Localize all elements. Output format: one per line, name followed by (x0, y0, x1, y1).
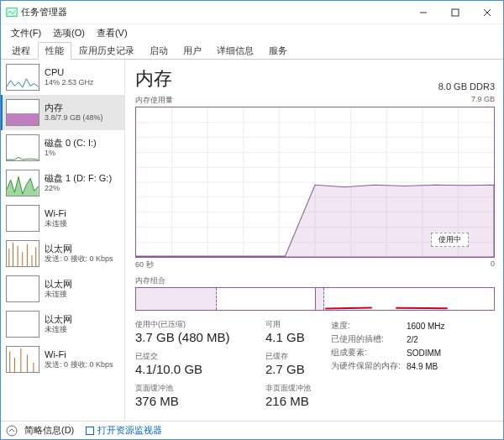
sidebar-item-eth1[interactable]: 以太网未连接 (1, 271, 124, 306)
chart-label: 内存使用量 (135, 95, 173, 106)
open-resmon-link[interactable]: 打开资源监视器 (86, 424, 162, 437)
tab-processes[interactable]: 进程 (4, 42, 38, 60)
main-panel: 内存 8.0 GB DDR3 内存使用量 7.9 GB (125, 60, 503, 421)
chart-xmin: 60 秒 (135, 259, 154, 270)
kv-key: 组成要素: (331, 347, 407, 359)
stat-label: 可用 (265, 319, 331, 330)
disk-sparkline (6, 170, 39, 196)
sidebar-item-detail: 未连接 (45, 290, 72, 299)
memory-usage-chart: 使用中 (135, 107, 495, 258)
resmon-label: 打开资源监视器 (97, 424, 162, 437)
fewer-details-button[interactable]: 简略信息(D) (24, 424, 74, 437)
slots-label: 内存组合 (135, 275, 495, 286)
tab-performance[interactable]: 性能 (38, 42, 71, 60)
eth-sparkline (6, 275, 39, 302)
titlebar: 任务管理器 (1, 1, 503, 24)
kv-key: 速度: (331, 320, 407, 332)
sidebar-item-detail: 1% (45, 149, 97, 158)
sidebar-item-detail: 未连接 (45, 219, 67, 228)
tab-users[interactable]: 用户 (176, 42, 209, 60)
stat-value: 3.7 GB (480 MB) (135, 330, 265, 344)
maximize-button[interactable] (439, 1, 471, 24)
sidebar-item-detail: 3.8/7.9 GB (48%) (45, 113, 103, 123)
slot-0 (136, 288, 316, 310)
sidebar-item-label: 内存 (45, 102, 103, 113)
stat-label: 已缓存 (265, 351, 331, 362)
sidebar-item-label: CPU (45, 67, 94, 78)
minimize-button[interactable] (407, 1, 439, 24)
footer-bar: 简略信息(D) 打开资源监视器 (1, 421, 503, 439)
chart-xmax: 0 (491, 259, 495, 270)
kv-val: 2/2 (407, 335, 418, 344)
sidebar-item-label: 以太网 (45, 279, 72, 290)
perf-sidebar: CPU14% 2.53 GHz 内存3.8/7.9 GB (48%) 磁盘 0 … (1, 60, 125, 421)
sidebar-item-disk0[interactable]: 磁盘 0 (C: I:)1% (1, 130, 124, 165)
tab-bar: 进程 性能 应用历史记录 启动 用户 详细信息 服务 (1, 41, 503, 60)
stat-value: 376 MB (135, 394, 265, 408)
tab-details[interactable]: 详细信息 (209, 42, 261, 60)
mem-sparkline (6, 99, 39, 126)
sidebar-item-label: 以太网 (45, 244, 113, 254)
sidebar-item-eth2[interactable]: 以太网未连接 (1, 306, 124, 342)
stat-label: 非页面缓冲池 (265, 383, 331, 394)
stat-label: 使用中(已压缩) (135, 319, 265, 330)
stats-grid: 使用中(已压缩)3.7 GB (480 MB) 已提交4.1/10.0 GB 页… (135, 319, 495, 408)
sidebar-item-label: 以太网 (45, 314, 72, 325)
tab-services[interactable]: 服务 (261, 42, 295, 60)
stat-value: 216 MB (265, 394, 331, 408)
stat-value: 2.7 GB (265, 362, 331, 376)
page-title: 内存 (135, 66, 172, 92)
wifi-sparkline (6, 205, 39, 232)
sidebar-item-eth0[interactable]: 以太网发送: 0 接收: 0 Kbps (1, 236, 124, 271)
kv-key: 为硬件保留的内存: (331, 360, 407, 372)
menu-view[interactable]: 查看(V) (92, 26, 133, 40)
stat-label: 已提交 (135, 351, 265, 362)
disk-sparkline (6, 134, 39, 161)
tab-startup[interactable]: 启动 (142, 42, 176, 60)
kv-val: 84.9 MB (407, 362, 438, 371)
sidebar-item-cpu[interactable]: CPU14% 2.53 GHz (1, 60, 124, 95)
stat-value: 4.1/10.0 GB (135, 362, 265, 376)
sidebar-item-detail: 未连接 (45, 325, 72, 334)
close-button[interactable] (471, 1, 503, 24)
stat-value: 4.1 GB (265, 330, 331, 344)
sidebar-item-label: Wi-Fi (45, 349, 113, 360)
tab-apphistory[interactable]: 应用历史记录 (71, 42, 142, 60)
kv-val: SODIMM (407, 348, 441, 358)
chart-annotation: 使用中 (431, 233, 469, 247)
svg-rect-0 (7, 8, 17, 16)
svg-rect-2 (452, 9, 459, 16)
resmon-icon (86, 427, 94, 435)
menubar: 文件(F) 选项(O) 查看(V) (1, 24, 503, 41)
menu-options[interactable]: 选项(O) (48, 26, 90, 40)
eth-sparkline (6, 240, 39, 267)
cpu-sparkline (6, 64, 39, 91)
sidebar-item-label: Wi-Fi (45, 208, 67, 219)
content: CPU14% 2.53 GHz 内存3.8/7.9 GB (48%) 磁盘 0 … (1, 60, 503, 421)
window-title: 任务管理器 (21, 6, 407, 18)
eth-sparkline (6, 311, 39, 338)
wifi-sparkline (6, 346, 39, 373)
sidebar-item-wifi2[interactable]: Wi-Fi发送: 0 接收: 0 Kbps (1, 342, 124, 377)
sidebar-item-detail: 14% 2.53 GHz (45, 78, 94, 87)
stat-label: 页面缓冲池 (135, 383, 265, 394)
kv-val: 1600 MHz (407, 322, 445, 331)
taskmgr-icon (6, 7, 18, 18)
chart-ymax: 7.9 GB (471, 95, 495, 106)
memory-spec: 8.0 GB DDR3 (438, 81, 495, 92)
sidebar-item-detail: 发送: 0 接收: 0 Kbps (45, 360, 113, 369)
sidebar-item-detail: 发送: 0 接收: 0 Kbps (45, 254, 113, 264)
memory-details: 速度:1600 MHz 已使用的插槽:2/2 组成要素:SODIMM 为硬件保留… (331, 319, 445, 408)
sidebar-item-wifi[interactable]: Wi-Fi未连接 (1, 201, 124, 236)
menu-file[interactable]: 文件(F) (6, 26, 46, 40)
sidebar-item-disk1[interactable]: 磁盘 1 (D: F: G:)22% (1, 165, 124, 201)
svg-point-37 (7, 426, 17, 436)
sidebar-item-label: 磁盘 1 (D: F: G:) (45, 173, 112, 184)
chevron-up-icon[interactable] (6, 425, 18, 437)
sidebar-item-label: 磁盘 0 (C: I:) (45, 138, 97, 149)
sidebar-item-memory[interactable]: 内存3.8/7.9 GB (48%) (1, 95, 124, 130)
sidebar-item-detail: 22% (45, 184, 112, 193)
kv-key: 已使用的插槽: (331, 333, 407, 345)
